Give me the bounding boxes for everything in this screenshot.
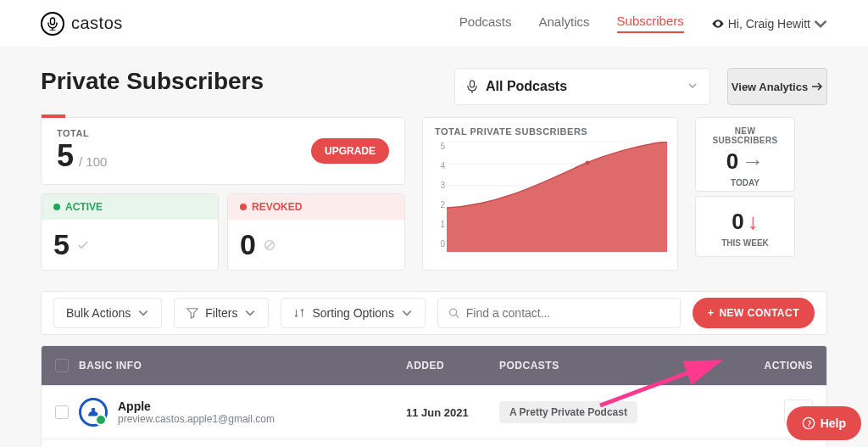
svg-rect-1 bbox=[470, 81, 475, 87]
new-contact-label: NEW CONTACT bbox=[719, 307, 799, 319]
sort-icon bbox=[293, 307, 305, 319]
avatar bbox=[79, 398, 108, 427]
table-header: BASIC INFO ADDED PODCASTS ACTIONS bbox=[42, 346, 826, 385]
row-checkbox[interactable] bbox=[55, 405, 69, 419]
active-value: 5 bbox=[53, 228, 70, 261]
microphone-icon bbox=[467, 80, 477, 93]
revoked-label: REVOKED bbox=[252, 201, 302, 213]
page-title: Private Subscribers bbox=[41, 68, 437, 105]
svg-point-10 bbox=[450, 309, 457, 316]
nav-podcasts[interactable]: Podcasts bbox=[459, 14, 512, 32]
new-week-value: 0 bbox=[732, 209, 743, 235]
th-actions: ACTIONS bbox=[745, 360, 813, 372]
new-today-caption: TODAY bbox=[706, 178, 784, 187]
card-active: ACTIVE 5 bbox=[41, 193, 219, 271]
arrow-right-icon: → bbox=[742, 148, 764, 175]
row-name: Apple bbox=[118, 400, 275, 413]
row-added: 11 Jun 2021 bbox=[406, 406, 499, 419]
total-label: TOTAL bbox=[57, 128, 389, 138]
new-week-caption: THIS WEEK bbox=[706, 238, 784, 248]
card-chart: TOTAL PRIVATE SUBSCRIBERS 543210 bbox=[422, 117, 678, 271]
arrow-down-icon: ↓ bbox=[748, 209, 759, 235]
svg-point-9 bbox=[586, 161, 590, 165]
nav-analytics[interactable]: Analytics bbox=[539, 14, 590, 32]
search-field[interactable] bbox=[437, 298, 681, 328]
th-basic: BASIC INFO bbox=[79, 360, 406, 372]
podcast-selector-label: All Podcasts bbox=[486, 79, 567, 94]
plus-icon: + bbox=[708, 307, 715, 319]
revoked-value: 0 bbox=[240, 228, 256, 261]
upgrade-button[interactable]: UPGRADE bbox=[311, 138, 389, 164]
eye-icon bbox=[711, 17, 725, 31]
view-analytics-button[interactable]: View Analytics bbox=[727, 68, 827, 105]
select-all-checkbox[interactable] bbox=[55, 359, 69, 372]
search-icon bbox=[448, 307, 459, 319]
chart-y-ticks: 543210 bbox=[435, 142, 445, 249]
chart-label: TOTAL PRIVATE SUBSCRIBERS bbox=[435, 126, 665, 137]
podcast-selector[interactable]: All Podcasts bbox=[454, 68, 710, 105]
card-total: TOTAL 5 / 100 UPGRADE bbox=[41, 117, 405, 185]
arrow-right-icon bbox=[811, 82, 823, 91]
chevron-down-icon bbox=[814, 17, 827, 31]
check-icon bbox=[76, 238, 90, 252]
table-toolbar: Bulk Actions Filters Sorting Options + N… bbox=[41, 291, 827, 335]
svg-point-11 bbox=[92, 408, 96, 412]
card-new-week: 0↓ THIS WEEK bbox=[695, 196, 795, 257]
podcast-chip: A Pretty Private Podcast bbox=[499, 401, 637, 423]
area-chart bbox=[447, 142, 667, 252]
filters-label: Filters bbox=[205, 306, 237, 320]
chevron-down-icon bbox=[401, 307, 413, 319]
new-today-value: 0 bbox=[726, 148, 738, 175]
brand-name: castos bbox=[71, 14, 123, 33]
row-email: preview.castos.apple1@gmail.com bbox=[118, 413, 275, 425]
chevron-down-icon bbox=[137, 307, 149, 319]
table-row: Apple preview.castos.apple1@gmail.com 11… bbox=[42, 385, 826, 439]
th-podcasts: PODCASTS bbox=[499, 360, 745, 372]
user-menu[interactable]: Hi, Craig Hewitt bbox=[711, 17, 827, 31]
filter-icon bbox=[186, 307, 198, 319]
sorting-dropdown[interactable]: Sorting Options bbox=[281, 298, 426, 328]
nav-subscribers[interactable]: Subscribers bbox=[617, 14, 684, 33]
user-greeting: Hi, Craig Hewitt bbox=[728, 17, 810, 31]
filters-dropdown[interactable]: Filters bbox=[174, 298, 269, 328]
svg-rect-0 bbox=[51, 18, 55, 25]
new-contact-button[interactable]: + NEW CONTACT bbox=[693, 298, 815, 328]
chevron-down-icon bbox=[244, 307, 256, 319]
new-subs-label: NEW SUBSCRIBERS bbox=[706, 126, 784, 145]
table-row: Apple bbox=[42, 439, 826, 447]
th-added: ADDED bbox=[406, 360, 499, 372]
brand-logo[interactable]: castos bbox=[41, 12, 123, 36]
active-label: ACTIVE bbox=[65, 201, 103, 213]
search-input[interactable] bbox=[466, 306, 670, 320]
bulk-actions-dropdown[interactable]: Bulk Actions bbox=[53, 298, 162, 328]
card-new-subscribers: NEW SUBSCRIBERS 0→ TODAY bbox=[695, 117, 795, 192]
ban-icon bbox=[263, 238, 276, 252]
total-value: 5 bbox=[57, 138, 74, 174]
help-button[interactable]: Help bbox=[787, 406, 861, 440]
view-analytics-label: View Analytics bbox=[732, 81, 808, 93]
status-dot-active bbox=[53, 204, 60, 210]
chevron-down-icon bbox=[687, 79, 698, 94]
sorting-label: Sorting Options bbox=[312, 306, 394, 320]
help-label: Help bbox=[821, 416, 846, 430]
microphone-icon bbox=[41, 12, 64, 36]
help-icon bbox=[802, 416, 815, 430]
status-dot-revoked bbox=[240, 204, 247, 210]
card-revoked: REVOKED 0 bbox=[227, 193, 405, 271]
bulk-actions-label: Bulk Actions bbox=[66, 306, 131, 320]
total-limit: / 100 bbox=[79, 154, 107, 169]
subscribers-table: BASIC INFO ADDED PODCASTS ACTIONS Apple … bbox=[41, 345, 827, 447]
